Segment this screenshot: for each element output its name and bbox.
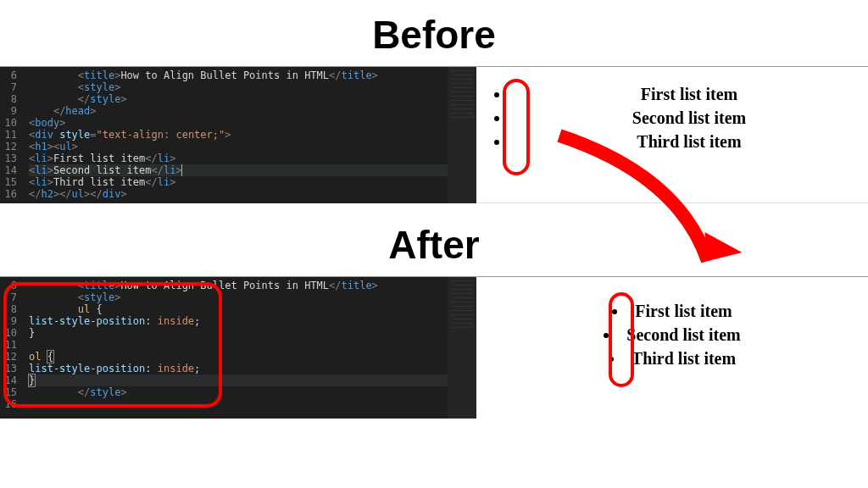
minimap-before: [448, 67, 476, 203]
code-line: </h2></ul></div>: [29, 188, 448, 200]
heading-before: Before: [0, 12, 868, 58]
output-before: First list itemSecond list itemThird lis…: [476, 67, 868, 203]
gutter-after: 678910111213141516: [0, 277, 20, 419]
line-number: 10: [0, 327, 17, 339]
line-number: 14: [0, 164, 17, 176]
code-editor-after: 678910111213141516 <title>How to Align B…: [0, 277, 476, 419]
code-line: <style>: [29, 291, 448, 303]
code-line: <li>Second list item</li>: [29, 164, 448, 176]
code-line: }: [29, 374, 448, 386]
code-line: <style>: [29, 81, 448, 93]
list-item: Third list item: [476, 347, 868, 370]
code-line: list-style-position: inside;: [29, 315, 448, 327]
gutter-before: 678910111213141516: [0, 67, 20, 203]
output-list-after: First list itemSecond list itemThird lis…: [476, 299, 868, 370]
code-line: list-style-position: inside;: [29, 363, 448, 374]
section-before: 678910111213141516 <title>How to Align B…: [0, 66, 868, 203]
code-line: </head>: [29, 105, 448, 117]
line-number: 16: [0, 188, 17, 200]
line-number: 12: [0, 141, 17, 152]
line-number: 15: [0, 386, 17, 398]
code-before: <title>How to Align Bullet Points in HTM…: [20, 67, 448, 203]
heading-after: After: [0, 222, 868, 268]
line-number: 7: [0, 81, 17, 93]
code-line: <div style="text-align: center;">: [29, 129, 448, 141]
line-number: 15: [0, 176, 17, 188]
line-number: 13: [0, 363, 17, 374]
code-line: ol {: [29, 351, 448, 363]
line-number: 9: [0, 315, 17, 327]
list-item: Third list item: [510, 130, 868, 153]
line-number: 8: [0, 93, 17, 105]
line-number: 16: [0, 398, 17, 410]
code-line: <li>Third list item</li>: [29, 176, 448, 188]
list-item: Second list item: [476, 323, 868, 347]
section-after: 678910111213141516 <title>How to Align B…: [0, 276, 868, 419]
line-number: 6: [0, 280, 17, 291]
code-after: <title>How to Align Bullet Points in HTM…: [20, 277, 448, 419]
line-number: 11: [0, 339, 17, 351]
output-after: First list itemSecond list itemThird lis…: [476, 277, 868, 419]
line-number: 11: [0, 129, 17, 141]
line-number: 13: [0, 152, 17, 164]
list-item: First list item: [510, 82, 868, 106]
code-line: <li>First list item</li>: [29, 152, 448, 164]
line-number: 12: [0, 351, 17, 363]
line-number: 8: [0, 303, 17, 315]
code-line: </style>: [29, 93, 448, 105]
line-number: 10: [0, 117, 17, 129]
code-line: [29, 339, 448, 351]
line-number: 6: [0, 69, 17, 81]
code-line: <title>How to Align Bullet Points in HTM…: [29, 280, 448, 291]
code-line: <h1><ul>: [29, 141, 448, 152]
output-list-before: First list itemSecond list itemThird lis…: [476, 82, 868, 153]
code-line: <body>: [29, 117, 448, 129]
list-item: First list item: [476, 299, 868, 323]
list-item: Second list item: [510, 106, 868, 130]
code-line: <title>How to Align Bullet Points in HTM…: [29, 69, 448, 81]
line-number: 14: [0, 374, 17, 386]
code-line: ul {: [29, 303, 448, 315]
code-editor-before: 678910111213141516 <title>How to Align B…: [0, 67, 476, 203]
line-number: 7: [0, 291, 17, 303]
line-number: 9: [0, 105, 17, 117]
code-line: }: [29, 327, 448, 339]
minimap-after: [448, 277, 476, 419]
code-line: </style>: [29, 386, 448, 398]
